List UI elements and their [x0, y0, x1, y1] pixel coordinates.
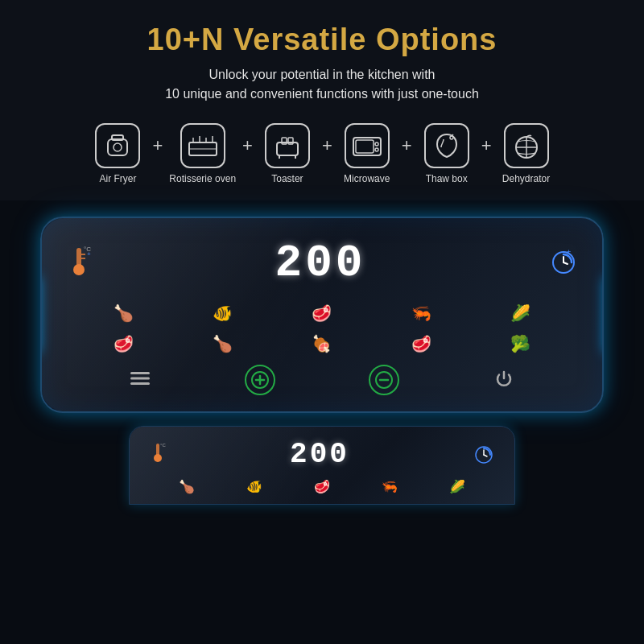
second-food-2[interactable]: 🐠 [246, 479, 262, 494]
plus-3: + [322, 135, 332, 156]
svg-rect-34 [130, 372, 150, 374]
svg-point-18 [375, 148, 378, 151]
feature-thaw: Thaw box [419, 123, 475, 184]
svg-rect-1 [112, 135, 123, 140]
svg-text:°C: °C [160, 443, 166, 448]
control-panel: °C + 200 + 🍗 🐠 🥩 🦐 🌽 [40, 217, 604, 413]
air-fryer-label: Air Fryer [99, 173, 136, 184]
second-food-3[interactable]: 🥩 [314, 479, 330, 494]
temperature-icon: °C + [66, 245, 92, 283]
rotisserie-icon [180, 123, 225, 168]
food-row-1: 🍗 🐠 🥩 🦐 🌽 [66, 303, 578, 323]
svg-text:+: + [87, 250, 91, 258]
plus-4: + [402, 135, 412, 156]
subtitle: Unlock your potential in the kitchen wit… [32, 65, 612, 104]
food-chicken-wing[interactable]: 🍗 [114, 303, 134, 323]
second-food-1[interactable]: 🍗 [179, 479, 195, 494]
air-fryer-icon [95, 123, 140, 168]
feature-dehydrator: Dehydrator [498, 123, 555, 184]
second-temp-icon: °C [149, 441, 167, 468]
toaster-icon [265, 123, 310, 168]
second-food-5[interactable]: 🌽 [449, 479, 465, 494]
dehydrator-icon [504, 123, 549, 168]
svg-point-25 [73, 264, 85, 275]
increase-button[interactable] [245, 365, 275, 395]
svg-text:·: · [509, 371, 510, 378]
second-timer-icon [473, 442, 495, 468]
svg-rect-16 [356, 140, 374, 153]
timer-icon: + [549, 246, 578, 281]
food-duck[interactable]: 🍗 [213, 334, 233, 353]
second-food-row: 🍗 🐠 🥩 🦐 🌽 [149, 479, 495, 494]
menu-icon[interactable] [129, 367, 151, 394]
main-title: 10+N Versatile Options [32, 23, 612, 57]
panel-bottom-row: · [66, 365, 578, 395]
second-panel: °C 200 🍗 🐠 🥩 🦐 🌽 [129, 426, 515, 505]
feature-rotisserie: Rotisserie oven [169, 123, 236, 184]
temperature-display: 200 [275, 237, 366, 289]
svg-line-48 [484, 455, 487, 456]
plus-5: + [481, 135, 492, 156]
svg-rect-36 [130, 382, 150, 385]
food-wing[interactable]: 🍖 [312, 334, 332, 353]
svg-rect-0 [108, 139, 127, 155]
svg-point-44 [154, 454, 162, 462]
panel-top-row: °C + 200 + [66, 237, 578, 289]
plus-2: + [242, 135, 253, 156]
thaw-icon [424, 123, 469, 168]
feature-toaster: Toaster [259, 123, 316, 184]
features-row: Air Fryer + Rotisserie oven + [32, 123, 612, 184]
food-steak[interactable]: 🥩 [114, 334, 134, 353]
svg-rect-35 [130, 377, 150, 379]
svg-point-19 [450, 136, 453, 139]
second-food-4[interactable]: 🦐 [382, 479, 398, 494]
second-panel-top: °C 200 [149, 438, 495, 471]
microwave-icon [345, 123, 390, 168]
power-icon[interactable]: · [493, 367, 515, 394]
rotisserie-label: Rotisserie oven [169, 173, 236, 184]
feature-air-fryer: Air Fryer [89, 123, 146, 184]
plus-1: + [152, 135, 163, 156]
svg-point-17 [375, 142, 378, 146]
microwave-label: Microwave [344, 173, 390, 184]
food-row-2: 🥩 🍗 🍖 🥩 🥦 [66, 334, 578, 353]
dehydrator-label: Dehydrator [502, 173, 550, 184]
top-section: 10+N Versatile Options Unlock your poten… [0, 0, 644, 200]
panel-section: °C + 200 + 🍗 🐠 🥩 🦐 🌽 [0, 200, 644, 644]
food-shrimp[interactable]: 🦐 [411, 303, 431, 323]
decrease-button[interactable] [369, 365, 399, 395]
svg-rect-10 [277, 142, 298, 155]
svg-point-2 [114, 143, 122, 151]
svg-text:+: + [567, 248, 571, 256]
food-meat[interactable]: 🥩 [312, 303, 332, 323]
food-fish[interactable]: 🐠 [213, 303, 233, 323]
toaster-label: Toaster [271, 173, 303, 184]
feature-microwave: Microwave [339, 123, 395, 184]
svg-line-32 [564, 262, 568, 264]
food-beef[interactable]: 🥩 [411, 334, 431, 353]
food-vegetable[interactable]: 🥦 [510, 334, 530, 353]
second-temp-display: 200 [290, 438, 349, 471]
food-corn[interactable]: 🌽 [510, 303, 530, 323]
thaw-label: Thaw box [426, 173, 468, 184]
